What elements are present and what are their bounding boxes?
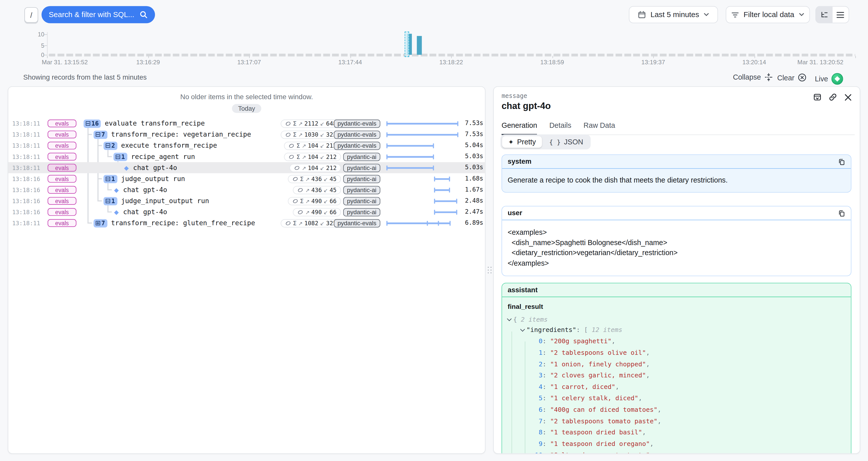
- scope-tag[interactable]: pydantic-ai: [343, 197, 380, 205]
- trace-row[interactable]: 13:18:16 evals ◆chat gpt-4o ↗490↙66 pyda…: [8, 206, 485, 217]
- output-tokens-arrow-icon: ↙: [323, 209, 328, 215]
- scope-tag[interactable]: pydantic-ai: [343, 186, 380, 194]
- filter-local-data-dropdown[interactable]: Filter local data: [726, 6, 810, 23]
- histogram-bar[interactable]: [417, 36, 422, 55]
- copy-link-icon[interactable]: [829, 93, 837, 101]
- records-histogram[interactable]: [47, 30, 855, 55]
- duration-text: 1.68s: [465, 175, 483, 182]
- pretty-mode-button[interactable]: ✦ Pretty: [502, 136, 542, 148]
- trace-row-selected[interactable]: 13:18:11 evals ◆chat gpt-4o ↗104↙212 pyd…: [8, 162, 485, 173]
- x-axis-tick-label: 13:17:44: [338, 59, 362, 65]
- node-toggle-icon: ⊟: [115, 153, 121, 160]
- final-result-label: final_result: [507, 302, 845, 312]
- trace-row[interactable]: 13:18:16 evals ⊟1judge_input_output run …: [8, 195, 485, 206]
- scope-tag[interactable]: pydantic-evals: [334, 130, 380, 139]
- copy-icon[interactable]: [838, 210, 845, 217]
- trace-row[interactable]: 13:18:11 evals ⊟7transform_recipe: veget…: [8, 129, 485, 140]
- trace-row[interactable]: 13:18:11 evals ⊟1recipe_agent run Σ↗104↙…: [8, 151, 485, 162]
- json-array-item: 0: "200g spaghetti",: [535, 336, 845, 347]
- span-name: chat gpt-4o: [123, 186, 167, 194]
- open-in-view-icon[interactable]: [813, 93, 822, 101]
- child-count: 16: [91, 120, 99, 127]
- token-coin-icon: [298, 187, 304, 193]
- json-mode-button[interactable]: { } JSON: [543, 136, 589, 148]
- duration-bar: [434, 211, 457, 213]
- slash-key-label: /: [30, 11, 32, 19]
- list-view-icon: [837, 11, 844, 18]
- view-mode-toggle: [815, 6, 849, 23]
- trace-row[interactable]: 13:18:11 evals ⊟2execute transform_recip…: [8, 140, 485, 151]
- sparkle-icon: ✦: [508, 138, 514, 146]
- output-tokens-arrow-icon: ↙: [320, 120, 324, 126]
- collapse-button[interactable]: Collapse: [730, 72, 776, 82]
- tree-toggle[interactable]: ⊟1: [114, 152, 127, 161]
- evals-badge[interactable]: evals: [48, 175, 76, 183]
- list-view-toggle[interactable]: [832, 6, 849, 23]
- x-axis-tick-label: 13:19:37: [642, 59, 665, 65]
- live-toggle-button[interactable]: Live: [811, 72, 846, 85]
- sigma-icon: Σ: [293, 220, 297, 226]
- chevron-down-icon: [799, 13, 804, 17]
- sigma-icon: Σ: [297, 153, 300, 160]
- tree-toggle[interactable]: ⊟7: [93, 130, 107, 139]
- scope-tag[interactable]: pydantic-ai: [343, 152, 380, 161]
- x-axis-tick-label: Mar 31. 13:15:52: [42, 59, 88, 65]
- trace-row[interactable]: 13:18:11 evals ⊞7transform_recipe: glute…: [8, 217, 485, 228]
- tree-view-toggle[interactable]: [816, 6, 832, 23]
- histogram-pending-bar[interactable]: [405, 32, 409, 57]
- evals-badge[interactable]: evals: [48, 142, 76, 149]
- clear-button[interactable]: Clear: [774, 72, 810, 83]
- evals-badge[interactable]: evals: [48, 219, 76, 227]
- scope-tag[interactable]: pydantic-ai: [343, 208, 380, 216]
- json-label: JSON: [564, 138, 583, 146]
- tree-toggle[interactable]: ⊞7: [93, 219, 107, 227]
- today-pill[interactable]: Today: [232, 104, 261, 113]
- x-axis-tick-label: 13:18:59: [540, 59, 564, 65]
- input-tokens-arrow-icon: ↗: [305, 198, 310, 204]
- trace-row[interactable]: 13:18:16 evals ◆chat gpt-4o ↗436↙45 pyda…: [8, 184, 485, 195]
- child-count: 1: [111, 175, 115, 183]
- tab-details[interactable]: Details: [549, 121, 571, 129]
- search-button[interactable]: Search & filter with SQL...: [41, 6, 155, 23]
- scope-tag[interactable]: pydantic-evals: [334, 219, 380, 227]
- scope-tag[interactable]: pydantic-ai: [343, 163, 380, 172]
- duration-bar: [386, 123, 458, 125]
- evals-badge[interactable]: evals: [48, 164, 76, 172]
- duration-bar: [386, 222, 451, 224]
- evals-badge[interactable]: evals: [48, 153, 76, 160]
- evals-badge[interactable]: evals: [48, 186, 76, 194]
- panel-resize-handle[interactable]: [488, 267, 494, 275]
- trace-row[interactable]: 13:18:11 evals ⊟16evaluate transform_rec…: [8, 118, 485, 129]
- json-root-line[interactable]: { 2 items: [507, 315, 845, 325]
- token-usage-pill: Σ↗104↙212: [284, 152, 341, 161]
- trace-row[interactable]: 13:18:16 evals ⊟1judge_output run Σ↗436↙…: [8, 173, 485, 184]
- input-tokens: 2112: [304, 120, 318, 127]
- tree-toggle[interactable]: ⊟1: [103, 175, 117, 183]
- tree-toggle[interactable]: ◆: [124, 163, 129, 172]
- evals-badge[interactable]: evals: [48, 130, 76, 139]
- tab-generation[interactable]: Generation: [502, 121, 537, 129]
- user-message-card: user <examples> <dish_name>Spaghetti Bol…: [502, 206, 851, 276]
- evals-badge[interactable]: evals: [48, 197, 76, 205]
- scope-tag[interactable]: pydantic-ai: [343, 175, 380, 183]
- tree-toggle[interactable]: ⊟1: [103, 197, 117, 205]
- input-tokens-arrow-icon: ↗: [299, 120, 303, 126]
- evals-badge[interactable]: evals: [48, 208, 76, 216]
- clear-label: Clear: [777, 73, 795, 82]
- evals-badge[interactable]: evals: [48, 120, 76, 127]
- close-panel-icon[interactable]: [844, 93, 852, 101]
- tree-toggle[interactable]: ◆: [114, 186, 119, 194]
- tree-toggle[interactable]: ◆: [114, 208, 119, 216]
- tree-toggle[interactable]: ⊟2: [103, 141, 117, 150]
- json-key-line[interactable]: "ingredients": [ 12 items: [507, 325, 845, 336]
- slash-shortcut-key: /: [24, 7, 38, 23]
- input-tokens: 104: [308, 164, 318, 171]
- tree-toggle[interactable]: ⊟16: [84, 119, 101, 128]
- output-tokens-arrow-icon: ↙: [320, 154, 324, 160]
- tab-raw-data[interactable]: Raw Data: [583, 121, 615, 129]
- copy-icon[interactable]: [838, 158, 845, 165]
- scope-tag[interactable]: pydantic-evals: [334, 119, 380, 128]
- scope-tag[interactable]: pydantic-evals: [334, 141, 380, 150]
- time-range-dropdown[interactable]: Last 5 minutes: [629, 6, 718, 23]
- duration-text: 6.89s: [465, 219, 483, 226]
